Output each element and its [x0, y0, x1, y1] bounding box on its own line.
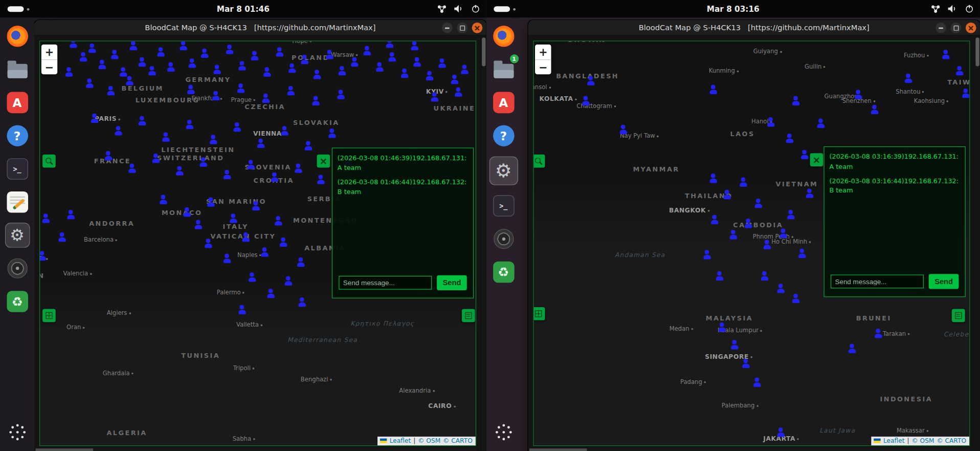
dock-item-firefox[interactable]: [5, 24, 30, 49]
minimize-button[interactable]: [936, 23, 946, 33]
show-apps-button[interactable]: [6, 421, 29, 443]
bloodcat-window: BloodCat Map @ S-H4CK13 [https://github.…: [528, 20, 980, 451]
dock-item-media[interactable]: [491, 226, 516, 251]
bloodcat-window: BloodCat Map @ S-H4CK13 [https://github.…: [34, 20, 486, 451]
folder-icon: [494, 64, 514, 78]
vertical-scrollbar[interactable]: [481, 36, 486, 451]
zoom-out-button[interactable]: −: [535, 59, 551, 74]
chat-message-input[interactable]: [339, 276, 432, 290]
dock-item-software[interactable]: A: [491, 90, 516, 115]
screen-right: Mar 8 03:16 1 A ? >_ ♻: [486, 0, 980, 451]
dock-item-recycle[interactable]: ♻: [491, 260, 516, 285]
search-button[interactable]: [533, 155, 545, 168]
chat-message: (2026-03-08 01:46:44)192.168.67.132: B t…: [338, 177, 468, 197]
close-button[interactable]: [966, 23, 976, 33]
chat-toggle-button[interactable]: [810, 153, 823, 166]
map-attribution: Leaflet | © OSM © CARTO: [872, 437, 969, 445]
recycle-icon: ♻: [493, 262, 514, 283]
magnifier-icon: [534, 157, 542, 165]
zoom-in-button[interactable]: +: [41, 45, 58, 59]
carto-link[interactable]: © CARTO: [937, 437, 966, 444]
maximize-button[interactable]: [457, 23, 467, 33]
grid-tool-button[interactable]: [533, 307, 545, 320]
zoom-in-button[interactable]: +: [535, 45, 551, 59]
carto-link[interactable]: © CARTO: [443, 437, 473, 444]
chat-toggle-button[interactable]: [317, 155, 330, 168]
dock-item-files[interactable]: 1: [491, 57, 516, 82]
firefox-icon: [493, 26, 514, 47]
dock-item-help[interactable]: ?: [5, 123, 30, 148]
rows-tool-button[interactable]: [952, 309, 965, 323]
firefox-icon: [7, 26, 28, 47]
hscroll-thumb[interactable]: [36, 448, 93, 451]
close-x-icon: [320, 158, 327, 164]
page-content: BHUTANGuiyangKunmingGuilinFuzhouShantouK…: [528, 36, 975, 451]
map-ui-layer: + − (2026-03-08 03:16:39)192.168.67.131:…: [533, 40, 970, 446]
activities-indicator[interactable]: [494, 6, 516, 12]
dock-item-help[interactable]: ?: [491, 123, 516, 148]
top-bar: Mar 8 01:46: [0, 0, 486, 17]
page-content: HopePOLANDWarsawGERMANYBELGIUMFrankfurtP…: [34, 36, 481, 451]
volume-icon: [947, 5, 957, 13]
window-title: BloodCat Map @ S-H4CK13 [https://github.…: [145, 23, 375, 32]
chat-input-row: Send: [339, 275, 466, 290]
dock-item-files[interactable]: [5, 57, 30, 82]
leaflet-link[interactable]: Leaflet: [390, 437, 411, 444]
maximize-button[interactable]: [951, 23, 962, 33]
show-apps-button[interactable]: [492, 421, 515, 443]
power-icon: [965, 5, 974, 13]
dock-item-media[interactable]: [5, 256, 30, 281]
dock-item-terminal[interactable]: >_: [5, 156, 30, 181]
osm-link[interactable]: © OSM: [418, 437, 440, 444]
horizontal-scrollbar[interactable]: [528, 448, 970, 451]
dock-item-editor[interactable]: [5, 189, 30, 214]
software-icon: A: [493, 92, 514, 114]
dock-item-recycle[interactable]: ♻: [5, 289, 30, 314]
workspace-dot-icon: [27, 8, 30, 10]
leaflet-link[interactable]: Leaflet: [883, 437, 905, 444]
clock[interactable]: Mar 8 03:16: [707, 4, 760, 13]
status-icons[interactable]: [931, 0, 974, 17]
activities-indicator[interactable]: [8, 6, 30, 12]
zoom-out-button[interactable]: −: [41, 59, 58, 74]
clock[interactable]: Mar 8 01:46: [217, 4, 270, 13]
gear-icon: [7, 225, 28, 246]
chat-panel: (2026-03-08 03:16:39)192.168.67.131: A t…: [823, 146, 965, 297]
map[interactable]: HopePOLANDWarsawGERMANYBELGIUMFrankfurtP…: [39, 40, 476, 446]
attribution-separator: |: [907, 437, 909, 444]
share-icon: [931, 5, 940, 13]
vertical-scrollbar[interactable]: [975, 36, 980, 451]
dock-item-firefox[interactable]: [491, 24, 516, 49]
dock-item-settings[interactable]: [489, 156, 518, 185]
window-body: BHUTANGuiyangKunmingGuilinFuzhouShantouK…: [528, 36, 980, 451]
close-button[interactable]: [472, 23, 483, 33]
send-button[interactable]: Send: [437, 275, 467, 290]
vscroll-thumb[interactable]: [482, 37, 485, 66]
terminal-icon: >_: [493, 195, 514, 217]
chat-message-input[interactable]: [831, 274, 924, 288]
minimize-button[interactable]: [442, 23, 453, 33]
volume-icon: [454, 5, 464, 13]
workspace-dot-icon: [513, 8, 516, 10]
dock-item-terminal[interactable]: >_: [491, 194, 516, 219]
grid-tool-button[interactable]: [42, 309, 56, 323]
dock-item-settings[interactable]: [5, 223, 30, 248]
window-titlebar[interactable]: BloodCat Map @ S-H4CK13 [https://github.…: [528, 20, 980, 36]
dock-item-software[interactable]: A: [5, 90, 30, 115]
horizontal-scrollbar[interactable]: [34, 448, 476, 451]
send-button[interactable]: Send: [929, 274, 959, 289]
chat-message: (2026-03-08 01:46:39)192.168.67.131: A t…: [338, 153, 468, 173]
status-icons[interactable]: [437, 0, 480, 17]
osm-link[interactable]: © OSM: [911, 437, 934, 444]
rows-tool-button[interactable]: [462, 309, 475, 323]
recycle-icon: ♻: [7, 291, 28, 312]
vscroll-thumb[interactable]: [975, 37, 979, 66]
map[interactable]: BHUTANGuiyangKunmingGuilinFuzhouShantouK…: [533, 40, 970, 446]
magnifier-icon: [46, 157, 53, 165]
close-x-icon: [813, 156, 820, 163]
search-button[interactable]: [42, 155, 56, 168]
top-bar: Mar 8 03:16: [486, 0, 980, 17]
window-body: HopePOLANDWarsawGERMANYBELGIUMFrankfurtP…: [34, 36, 486, 451]
hscroll-thumb[interactable]: [529, 448, 587, 451]
window-titlebar[interactable]: BloodCat Map @ S-H4CK13 [https://github.…: [34, 20, 486, 36]
